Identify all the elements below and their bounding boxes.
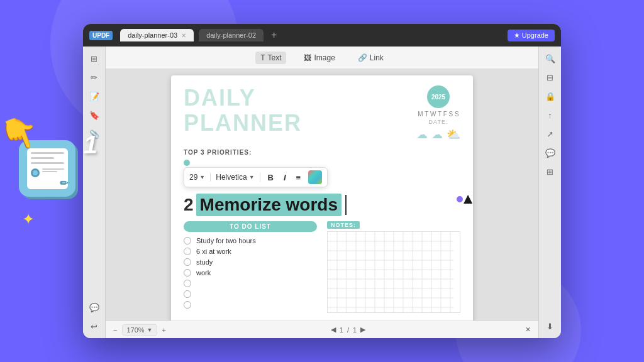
font-size-control[interactable]: 29 ▼ xyxy=(189,173,211,182)
close-status-icon[interactable]: ✕ xyxy=(525,326,531,334)
font-family-chevron: ▼ xyxy=(249,174,255,180)
text-tool-button[interactable]: T Text xyxy=(255,52,286,64)
image-tool-button[interactable]: 🖼 Image xyxy=(299,52,340,64)
notes-grid xyxy=(327,231,460,313)
todo-circle-2[interactable] xyxy=(184,248,191,255)
memorize-highlight: Memorize words xyxy=(196,194,341,216)
todo-text-2: 6 xi at work xyxy=(196,248,231,255)
todo-circle-6[interactable] xyxy=(184,290,191,298)
notes-tag: NOTES: xyxy=(327,221,360,229)
sidebar-icon-grid[interactable]: ⊞ xyxy=(87,52,101,65)
notes-header: NOTES: xyxy=(327,221,460,229)
lower-content: TO DO LIST Study for two hours 6 xi at w… xyxy=(171,221,473,313)
mascot-area: 👇 ✏ ✦ 1 xyxy=(19,140,94,222)
next-page-button[interactable]: ▶ xyxy=(360,326,365,334)
cloud-icon-2: ☁ xyxy=(431,128,443,141)
sidebar-icon-back[interactable]: ↩ xyxy=(87,319,101,333)
right-sidebar-search[interactable]: 🔍 xyxy=(543,52,557,65)
app-window: UPDF daily-planner-03 ✕ daily-planner-02… xyxy=(83,24,561,338)
todo-text-3: study xyxy=(196,258,213,266)
todo-circle-4[interactable] xyxy=(184,269,191,277)
number-badge: 1 xyxy=(84,131,97,159)
zoom-chevron: ▼ xyxy=(147,327,153,333)
priorities-label: TOP 3 PRIORITIES: xyxy=(184,149,460,156)
bold-button[interactable]: B xyxy=(265,172,276,184)
right-sidebar: 🔍 ⊟ 🔒 ↑ ↗ 💬 ⊞ ⬇ xyxy=(538,47,561,338)
todo-header: TO DO LIST xyxy=(184,221,317,232)
todo-item-7 xyxy=(184,301,317,309)
image-tool-icon: 🖼 xyxy=(304,53,311,62)
memorize-text-container[interactable]: 2 Memorize words xyxy=(184,194,460,216)
prev-page-button[interactable]: ◀ xyxy=(331,326,336,334)
date-circle: 2025 xyxy=(427,85,450,108)
status-bar: − 170% ▼ + ◀ 1 / 1 ▶ ✕ xyxy=(106,321,538,338)
todo-circle-5[interactable] xyxy=(184,280,191,287)
font-size-chevron: ▼ xyxy=(199,174,205,180)
planner-title-line1: DAILY xyxy=(184,85,302,111)
font-family-control[interactable]: Helvetica ▼ xyxy=(216,173,260,182)
zoom-level: 170% xyxy=(126,326,144,334)
rain-icon: ⛅ xyxy=(447,128,460,141)
link-tool-icon: 🔗 xyxy=(358,53,367,62)
todo-item-4: work xyxy=(184,269,317,277)
page-current: 1 xyxy=(340,326,343,334)
right-sidebar-down[interactable]: ⬇ xyxy=(543,319,557,333)
main-area: ⊞ ✏ 📝 🔖 📎 💬 ↩ T Text 🖼 Image xyxy=(83,47,561,338)
doc-canvas: DAILY PLANNER 2025 M T W T F S S DATE: ☁… xyxy=(106,69,538,321)
grid-lines xyxy=(328,232,460,313)
todo-circle-7[interactable] xyxy=(184,301,191,309)
tab-add-button[interactable]: + xyxy=(271,30,277,41)
tab-daily-planner-03[interactable]: daily-planner-03 ✕ xyxy=(120,29,194,41)
todo-item-3: study xyxy=(184,258,317,266)
updf-logo: UPDF xyxy=(89,31,113,40)
planner-header: DAILY PLANNER 2025 M T W T F S S DATE: ☁… xyxy=(171,75,473,146)
toolbar-area: T Text 🖼 Image 🔗 Link xyxy=(106,47,538,338)
sidebar-icon-notes[interactable]: 📝 xyxy=(87,89,101,103)
memorize-container[interactable]: 29 ▼ Helvetica ▼ B I ≡ xyxy=(171,194,473,221)
star-burst: ✦ xyxy=(22,211,35,228)
right-sidebar-share[interactable]: ↗ xyxy=(543,127,557,141)
right-sidebar-grid[interactable]: ⊟ xyxy=(543,70,557,84)
right-sidebar-up[interactable]: ↑ xyxy=(543,108,557,122)
todo-section: TO DO LIST Study for two hours 6 xi at w… xyxy=(184,221,317,313)
cloud-icon-1: ☁ xyxy=(416,128,428,141)
link-tool-button[interactable]: 🔗 Link xyxy=(353,52,389,64)
notes-section: NOTES: xyxy=(327,221,460,313)
todo-item-1: Study for two hours xyxy=(184,237,317,244)
selection-handle[interactable] xyxy=(457,196,463,202)
page-nav: ◀ 1 / 1 ▶ xyxy=(331,326,365,334)
page-total: 1 xyxy=(353,326,357,334)
date-label: DATE: xyxy=(429,119,448,125)
right-sidebar-grid2[interactable]: ⊞ xyxy=(543,165,557,178)
todo-circle-1[interactable] xyxy=(184,237,191,244)
top-toolbar: T Text 🖼 Image 🔗 Link xyxy=(106,47,538,69)
color-picker-button[interactable] xyxy=(308,170,322,184)
text-cursor xyxy=(345,195,347,215)
page-separator: / xyxy=(347,326,349,334)
sidebar-icon-edit[interactable]: ✏ xyxy=(87,70,101,84)
text-tool-icon: T xyxy=(260,53,265,62)
right-sidebar-comment[interactable]: 💬 xyxy=(543,146,557,160)
title-bar: UPDF daily-planner-03 ✕ daily-planner-02… xyxy=(83,24,561,47)
right-sidebar-lock[interactable]: 🔒 xyxy=(543,89,557,103)
zoom-control[interactable]: 170% ▼ xyxy=(122,324,157,336)
todo-item-2: 6 xi at work xyxy=(184,248,317,255)
day-labels: M T W T F S S xyxy=(418,111,458,118)
todo-text-4: work xyxy=(196,269,211,277)
todo-item-6 xyxy=(184,290,317,298)
memorize-number: 2 xyxy=(184,195,194,215)
todo-circle-3[interactable] xyxy=(184,258,191,266)
zoom-in-icon[interactable]: + xyxy=(162,326,166,334)
sidebar-icon-comment[interactable]: 💬 xyxy=(87,300,101,314)
tab-close-icon[interactable]: ✕ xyxy=(181,32,186,39)
todo-text-1: Study for two hours xyxy=(196,237,256,244)
zoom-out-icon[interactable]: − xyxy=(113,326,117,334)
italic-button[interactable]: I xyxy=(281,172,289,184)
list-button[interactable]: ≡ xyxy=(294,172,304,184)
todo-item-5 xyxy=(184,280,317,287)
text-format-toolbar: 29 ▼ Helvetica ▼ B I ≡ xyxy=(184,167,328,187)
sidebar-icon-bookmark[interactable]: 🔖 xyxy=(87,108,101,122)
planner-title-line2: PLANNER xyxy=(184,111,302,136)
upgrade-button[interactable]: ★ Upgrade xyxy=(508,30,555,41)
tab-daily-planner-02[interactable]: daily-planner-02 xyxy=(199,29,264,41)
